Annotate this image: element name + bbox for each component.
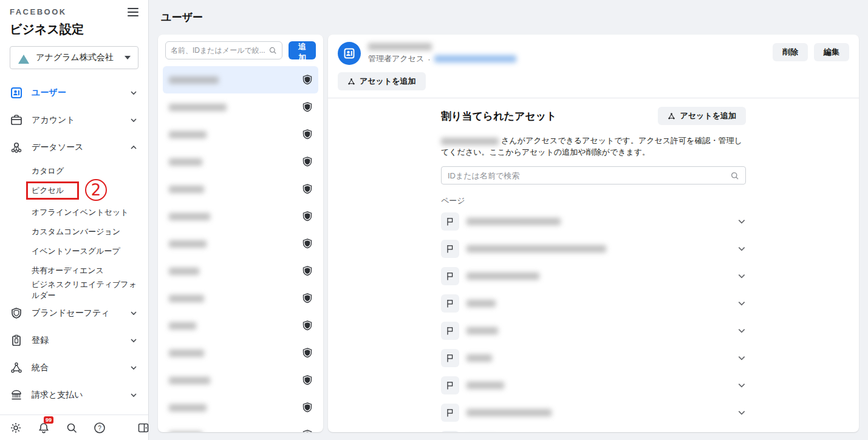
collapse-sidebar-icon[interactable] — [137, 421, 149, 435]
page-flag-icon — [441, 294, 459, 313]
sidebar-subitem-custom-conversions[interactable]: カスタムコンバージョン — [32, 226, 142, 237]
user-list-row[interactable] — [163, 394, 318, 421]
sidebar-item-accounts[interactable]: アカウント — [10, 111, 142, 129]
edit-user-button[interactable]: 編集 — [814, 43, 849, 61]
subitem-label: カスタムコンバージョン — [32, 226, 120, 237]
page-list — [441, 208, 746, 432]
business-selector[interactable]: アナグラム株式会社 — [10, 46, 138, 69]
chevron-down-icon — [130, 117, 137, 124]
redacted-page-name — [466, 354, 492, 362]
sidebar-item-label: アカウント — [32, 115, 121, 126]
sidebar-subitem-offline-event-sets[interactable]: オフラインイベントセット — [32, 207, 142, 218]
admin-shield-badge-icon — [302, 320, 312, 331]
user-list-row[interactable] — [163, 230, 318, 257]
sidebar-subitem-business-creative-folder[interactable]: ビジネスクリエイティブフォルダー — [32, 285, 142, 296]
chevron-down-icon — [130, 310, 137, 317]
user-card-icon — [10, 86, 23, 100]
sidebar-item-registrations[interactable]: 登録 — [10, 331, 142, 350]
add-assets-button-secondary[interactable]: アセットを追加 — [658, 107, 746, 125]
admin-shield-badge-icon — [302, 239, 312, 249]
redacted-page-name — [466, 272, 539, 280]
user-list — [158, 66, 323, 432]
search-icon[interactable] — [66, 421, 78, 435]
user-list-row[interactable] — [163, 312, 318, 339]
user-list-row[interactable] — [163, 257, 318, 285]
page-asset-row[interactable] — [441, 235, 746, 262]
page-asset-row[interactable] — [441, 208, 746, 235]
page-flag-icon — [441, 267, 459, 285]
asset-search-box — [441, 166, 746, 184]
user-list-row[interactable] — [163, 175, 318, 203]
user-list-row[interactable] — [163, 121, 318, 148]
page-asset-row[interactable] — [441, 399, 746, 426]
user-search-input[interactable] — [171, 46, 265, 55]
page-asset-row[interactable] — [441, 344, 746, 371]
redacted-user-name — [169, 240, 207, 248]
sidebar-item-data-sources[interactable]: データソース — [10, 138, 142, 157]
chevron-down-icon — [737, 299, 746, 308]
subitem-label: 共有オーディエンス — [32, 265, 104, 276]
chevron-down-icon — [130, 391, 137, 399]
add-assets-button[interactable]: アセットを追加 — [338, 72, 426, 90]
add-user-button[interactable]: 追加 — [289, 41, 316, 59]
page-asset-row[interactable] — [441, 426, 746, 432]
user-list-row[interactable] — [163, 203, 318, 230]
user-list-row[interactable] — [163, 339, 318, 367]
user-list-row[interactable] — [163, 421, 318, 432]
help-icon[interactable]: ? — [94, 421, 106, 435]
page-asset-row[interactable] — [441, 371, 746, 399]
settings-gear-icon[interactable] — [10, 421, 22, 435]
add-assets-label: アセットを追加 — [360, 76, 416, 87]
page-flag-icon — [441, 376, 459, 394]
redacted-user-name — [169, 104, 227, 111]
page-asset-row[interactable] — [441, 317, 746, 344]
sidebar-item-integrations[interactable]: 統合 — [10, 359, 142, 377]
subitem-label: イベントソースグループ — [32, 246, 120, 257]
asset-search-input[interactable] — [448, 171, 725, 180]
subitem-label: ピクセル — [32, 186, 64, 195]
redacted-user-name — [169, 350, 204, 357]
main-header: ユーザー — [149, 0, 868, 35]
redacted-page-name — [466, 382, 504, 389]
sidebar-subitem-shared-audiences[interactable]: 共有オーディエンス — [32, 265, 142, 276]
chevron-down-icon — [737, 327, 746, 335]
hamburger-menu-icon[interactable] — [128, 8, 138, 16]
chevron-down-icon — [737, 217, 746, 226]
sidebar-subitem-event-source-groups[interactable]: イベントソースグループ — [32, 246, 142, 257]
admin-shield-badge-icon — [302, 293, 312, 304]
user-avatar — [338, 42, 361, 65]
redacted-page-name — [466, 218, 561, 225]
subitem-label: ビジネスクリエイティブフォルダー — [32, 279, 142, 301]
sidebar-subitem-pixel[interactable]: ピクセル 2 — [32, 185, 142, 196]
page-flag-icon — [441, 404, 459, 422]
assigned-assets-heading: 割り当てられたアセット — [441, 109, 557, 123]
triangle-nodes-icon — [347, 78, 355, 86]
chevron-down-icon — [130, 364, 137, 371]
user-list-row[interactable] — [163, 285, 318, 312]
admin-shield-badge-icon — [302, 75, 312, 86]
page-asset-row[interactable] — [441, 289, 746, 317]
sidebar-item-users[interactable]: ユーザー — [10, 84, 142, 102]
user-detail-header: 管理者アクセス · 削除 編集 アセットを追加 — [328, 35, 859, 98]
chevron-down-icon — [737, 272, 746, 280]
user-list-row[interactable] — [163, 148, 318, 175]
delete-user-button[interactable]: 削除 — [773, 43, 808, 61]
redacted-page-name — [466, 409, 552, 416]
page-asset-row[interactable] — [441, 262, 746, 289]
user-list-row[interactable] — [163, 93, 318, 121]
sidebar-item-label: 請求と支払い — [32, 390, 121, 401]
redacted-page-name — [466, 327, 498, 334]
sidebar-item-brand-safety[interactable]: ブランドセーフティ — [10, 304, 142, 322]
sidebar-item-label: 統合 — [32, 362, 121, 373]
notifications-bell-icon[interactable]: 99 — [38, 421, 50, 435]
step-2-annotation: 2 — [85, 179, 107, 201]
page-flag-icon — [441, 212, 459, 231]
shield-icon — [10, 306, 23, 320]
user-list-row[interactable] — [163, 367, 318, 394]
sidebar-subitem-catalog[interactable]: カタログ — [32, 166, 142, 177]
admin-shield-badge-icon — [302, 157, 312, 168]
admin-shield-badge-icon — [302, 375, 312, 386]
user-list-row[interactable] — [163, 66, 318, 93]
bank-icon — [10, 388, 23, 402]
sidebar-item-billing[interactable]: 請求と支払い — [10, 386, 142, 404]
